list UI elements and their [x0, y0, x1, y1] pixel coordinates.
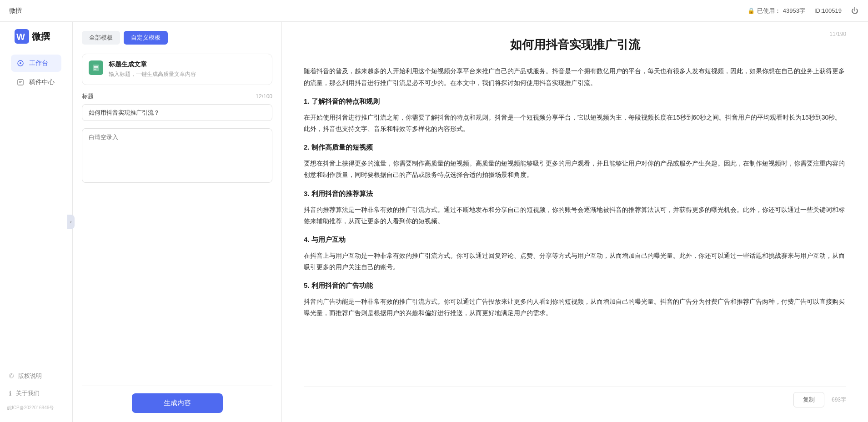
- title-field-label: 标题 12/100: [82, 92, 272, 100]
- copyright-label: 版权说明: [18, 372, 42, 380]
- topbar-right: 🔒 已使用： 43953字 ID:100519 ⏻: [748, 7, 859, 15]
- template-card-info: 标题生成文章 输入标题，一键生成高质量文章内容: [109, 60, 266, 78]
- topbar-id: ID:100519: [814, 7, 842, 14]
- article-paragraph: 在开始使用抖音进行推广引流之前，你需要了解抖音的特点和规则。抖音是一个短视频分享…: [304, 112, 846, 135]
- template-card[interactable]: 标题生成文章 输入标题，一键生成高质量文章内容: [82, 54, 272, 85]
- left-panel: 全部模板 自定义模板 标题生成文章 输入标题，一键生成高质量文章内容: [73, 22, 282, 422]
- usage-icon: 🔒: [748, 7, 755, 14]
- article-heading: 1. 了解抖音的特点和规则: [304, 95, 846, 107]
- content-textarea[interactable]: [82, 128, 272, 183]
- template-tabs: 全部模板 自定义模板: [82, 31, 272, 45]
- about-label: 关于我们: [16, 389, 40, 397]
- template-card-icon: [89, 60, 103, 75]
- form-section: 标题 12/100: [82, 92, 272, 378]
- sidebar-item-copyright[interactable]: © 版权说明: [4, 368, 69, 384]
- about-icon: ℹ: [9, 390, 11, 397]
- svg-point-3: [20, 62, 21, 64]
- logo-icon: W: [15, 29, 29, 44]
- power-icon[interactable]: ⏻: [851, 7, 859, 15]
- content-field-group: [82, 128, 272, 185]
- sidebar-item-about[interactable]: ℹ 关于我们: [4, 386, 69, 401]
- svg-text:W: W: [16, 32, 25, 42]
- title-field-group: 标题 12/100: [82, 92, 272, 121]
- article-heading: 3. 利用抖音的推荐算法: [304, 187, 846, 200]
- article-page-info: 11/190: [829, 31, 846, 37]
- topbar-usage: 🔒 已使用： 43953字: [748, 7, 805, 15]
- template-card-title: 标题生成文章: [109, 60, 266, 69]
- article-paragraph: 随着抖音的普及，越来越多的人开始利用这个短视频分享平台来推广自己的产品或服务。抖…: [304, 65, 846, 88]
- svg-rect-4: [18, 80, 23, 85]
- content-area: 全部模板 自定义模板 标题生成文章 输入标题，一键生成高质量文章内容: [73, 22, 868, 422]
- sidebar-icp: 皖ICP备2022016846号: [0, 401, 72, 415]
- title-input[interactable]: [82, 104, 272, 121]
- sidebar: W 微撰 工作台: [0, 22, 73, 422]
- sidebar-nav: 工作台 稿件中心: [7, 55, 65, 91]
- sidebar-item-workbench[interactable]: 工作台: [11, 55, 61, 72]
- template-card-desc: 输入标题，一键生成高质量文章内容: [109, 70, 266, 78]
- form-divider: [82, 386, 272, 386]
- article-heading: 5. 利用抖音的广告功能: [304, 279, 846, 291]
- generate-button[interactable]: 生成内容: [132, 393, 223, 413]
- article-heading: 4. 与用户互动: [304, 233, 846, 246]
- usage-value: 43953字: [783, 7, 805, 15]
- main-layout: W 微撰 工作台: [0, 22, 868, 422]
- usage-label: 已使用：: [757, 7, 781, 15]
- tab-custom-templates[interactable]: 自定义模板: [124, 31, 168, 45]
- article-paragraph: 要想在抖音上获得更多的流量，你需要制作高质量的短视频。高质量的短视频能够吸引更多…: [304, 158, 846, 181]
- topbar-title: 微撰: [9, 7, 22, 15]
- article-paragraph: 抖音的广告功能是一种非常有效的推广引流方式。你可以通过广告投放来让更多的人看到你…: [304, 296, 846, 319]
- workbench-icon: [16, 59, 25, 67]
- right-panel: 11/190 如何用抖音实现推广引流 随着抖音的普及，越来越多的人开始利用这个短…: [282, 22, 868, 422]
- title-label-text: 标题: [82, 92, 94, 100]
- sidebar-bottom: © 版权说明 ℹ 关于我们: [0, 368, 72, 401]
- sidebar-item-drafts[interactable]: 稿件中心: [11, 74, 61, 91]
- logo-text: 微撰: [32, 30, 50, 43]
- copyright-icon: ©: [9, 372, 14, 380]
- tab-all-templates[interactable]: 全部模板: [82, 31, 120, 45]
- drafts-icon: [16, 78, 25, 86]
- sidebar-logo: W 微撰: [7, 29, 65, 55]
- drafts-label: 稿件中心: [29, 78, 55, 86]
- topbar: 微撰 🔒 已使用： 43953字 ID:100519 ⏻: [0, 0, 868, 22]
- workbench-label: 工作台: [29, 59, 48, 67]
- sidebar-collapse-btn[interactable]: ‹: [67, 215, 75, 229]
- article-body: 随着抖音的普及，越来越多的人开始利用这个短视频分享平台来推广自己的产品或服务。抖…: [304, 65, 846, 382]
- article-paragraph: 抖音的推荐算法是一种非常有效的推广引流方式。通过不断地发布和分享自己的短视频，你…: [304, 204, 846, 227]
- article-title: 如何用抖音实现推广引流: [304, 36, 846, 53]
- article-paragraph: 在抖音上与用户互动是一种非常有效的推广引流方式。你可以通过回复评论、点赞、分享等…: [304, 250, 846, 273]
- word-count: 693字: [832, 396, 846, 404]
- copy-button[interactable]: 复制: [793, 392, 824, 407]
- title-counter: 12/100: [256, 93, 272, 100]
- article-heading: 2. 制作高质量的短视频: [304, 141, 846, 153]
- article-footer: 复制 693字: [304, 386, 846, 407]
